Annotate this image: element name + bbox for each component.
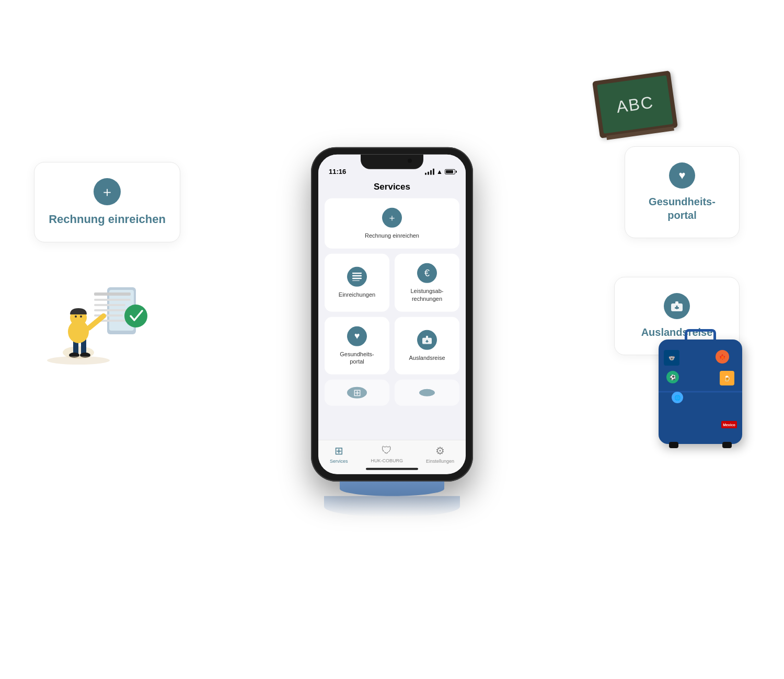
nav-huk[interactable]: 🛡 HUK-COBURG xyxy=(371,444,403,464)
plus-icon-large: ＋ xyxy=(94,178,121,205)
right-card-gesundheitsportal: ♥ Gesundheits-portal xyxy=(625,146,740,238)
heart-icon-small: ♥ xyxy=(347,326,367,346)
screen-content: Services ＋ Rechnung einreichen xyxy=(318,178,466,474)
phone-shell: 11:16 ▲ Services xyxy=(311,147,473,482)
left-card-label: Rechnung einreichen xyxy=(49,213,166,226)
svg-point-19 xyxy=(47,356,110,365)
bottom-nav: ⊞ Services 🛡 HUK-COBURG ⚙ Einstellungen xyxy=(318,440,466,474)
svg-rect-24 xyxy=(352,273,362,274)
euro-icon: € xyxy=(417,263,437,283)
svg-rect-4 xyxy=(94,304,125,306)
battery-icon xyxy=(445,169,455,174)
service-label-auslandsreise: Auslandsreise xyxy=(409,354,445,361)
service-grid-row1: Einreichungen € Leistungsab-rechnungen xyxy=(325,254,459,312)
svg-point-16 xyxy=(80,315,82,318)
service-label-einreichungen: Einreichungen xyxy=(339,291,375,298)
service-card-gesundheit[interactable]: ♥ Gesundheits-portal xyxy=(325,317,389,375)
svg-point-15 xyxy=(75,315,77,318)
service-card-partial2[interactable] xyxy=(395,380,459,406)
chalkboard-illustration: ABC xyxy=(596,76,685,138)
signal-icon xyxy=(425,169,434,175)
service-label-leistungen: Leistungsab-rechnungen xyxy=(411,287,444,302)
wifi-icon: ▲ xyxy=(436,168,443,175)
svg-rect-2 xyxy=(94,292,131,296)
screen-title: Services xyxy=(325,178,459,198)
person-illustration xyxy=(26,256,204,373)
service-label-gesundheit: Gesundheits-portal xyxy=(340,350,374,366)
svg-rect-21 xyxy=(675,301,678,304)
list-icon xyxy=(347,267,367,287)
service-card-auslandsreise[interactable]: Auslandsreise xyxy=(395,317,459,375)
svg-rect-5 xyxy=(94,309,128,311)
service-card-leistungen[interactable]: € Leistungsab-rechnungen xyxy=(395,254,459,312)
nav-services[interactable]: ⊞ Services xyxy=(330,444,348,464)
service-card-rechnung[interactable]: ＋ Rechnung einreichen xyxy=(325,198,459,249)
chalkboard-text: ABC xyxy=(597,75,673,134)
suitcase-illustration: 🐨 🍁 ⚽ 🍺 🌐 Mexico xyxy=(648,329,753,465)
service-card-einreichungen[interactable]: Einreichungen xyxy=(325,254,389,312)
medkit-icon-small xyxy=(417,330,437,350)
nav-huk-label: HUK-COBURG xyxy=(371,458,403,463)
phone-stand xyxy=(340,482,444,496)
status-time: 11:16 xyxy=(329,168,346,175)
shield-nav-icon: 🛡 xyxy=(382,444,392,456)
nav-settings[interactable]: ⚙ Einstellungen xyxy=(426,444,454,464)
svg-rect-31 xyxy=(426,341,429,342)
icon-partial xyxy=(419,389,435,396)
svg-rect-26 xyxy=(352,278,362,279)
right-card-top-label: Gesundheits-portal xyxy=(649,195,716,222)
grid-icon-partial: ⊞ xyxy=(347,387,367,399)
left-feature-card: ＋ Rechnung einreichen xyxy=(34,162,180,242)
phone-mockup: 11:16 ▲ Services xyxy=(311,147,473,517)
nav-services-label: Services xyxy=(330,459,348,464)
medkit-icon-large xyxy=(664,293,690,319)
svg-point-8 xyxy=(124,305,147,327)
svg-rect-25 xyxy=(352,275,362,277)
svg-rect-6 xyxy=(94,314,123,317)
grid-nav-icon: ⊞ xyxy=(335,444,343,457)
service-grid-row3: ⊞ xyxy=(325,380,459,406)
status-icons: ▲ xyxy=(425,168,455,175)
service-card-partial1[interactable]: ⊞ xyxy=(325,380,389,406)
svg-rect-3 xyxy=(94,299,131,301)
service-label-rechnung: Rechnung einreichen xyxy=(365,232,419,239)
heart-icon-large: ♥ xyxy=(669,162,695,189)
service-grid-row2: ♥ Gesundheits-portal Auslandsr xyxy=(325,317,459,375)
nav-settings-label: Einstellungen xyxy=(426,459,454,464)
svg-rect-29 xyxy=(426,336,428,338)
svg-rect-23 xyxy=(675,307,679,309)
home-indicator xyxy=(366,468,418,470)
phone-screen: 11:16 ▲ Services xyxy=(318,155,466,474)
plus-icon-card: ＋ xyxy=(382,208,402,228)
svg-line-13 xyxy=(89,316,103,328)
phone-notch xyxy=(361,155,423,169)
gear-nav-icon: ⚙ xyxy=(435,444,445,457)
phone-reflection xyxy=(324,496,460,517)
svg-rect-27 xyxy=(352,280,360,281)
